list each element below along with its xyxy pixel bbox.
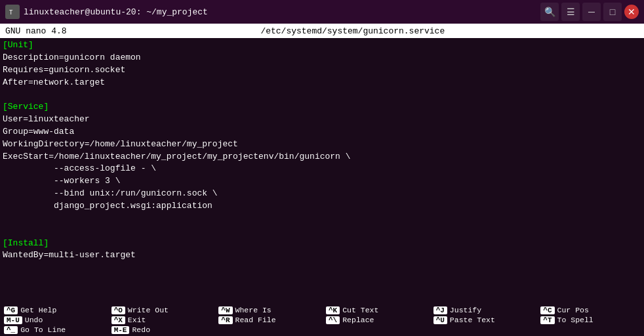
key-replace: ^\ (326, 316, 340, 324)
title-bar-left: T linuxteacher@ubuntu-20: ~/my_project (5, 5, 208, 19)
label-paste-text: Paste Text (450, 316, 495, 324)
shortcut-redo: M-E Redo (108, 325, 215, 335)
shortcut-cut-text: ^K Cut Text (322, 305, 430, 315)
shortcut-cur-pos: ^C Cur Pos (536, 305, 644, 315)
window-title: linuxteacher@ubuntu-20: ~/my_project (24, 7, 208, 17)
menu-button[interactable]: ☰ (561, 3, 580, 21)
key-redo: M-E (111, 326, 130, 334)
key-go-to-line: ^_ (4, 326, 18, 334)
shortcut-replace: ^\ Replace (322, 315, 430, 325)
key-cur-pos: ^C (540, 306, 554, 314)
key-where-is: ^W (218, 306, 232, 314)
key-exit: ^X (111, 316, 125, 324)
key-read-file: ^R (218, 316, 232, 324)
shortcut-bar: ^G Get Help ^O Write Out ^W Where Is ^K … (0, 304, 644, 336)
svg-text:T: T (9, 9, 13, 16)
label-to-spell: To Spell (557, 316, 594, 324)
label-justify: Justify (450, 306, 481, 314)
shortcut-paste-text: ^U Paste Text (430, 315, 537, 325)
shortcut-exit: ^X Exit (108, 315, 215, 325)
key-write-out: ^O (111, 306, 125, 314)
search-button[interactable]: 🔍 (540, 3, 559, 21)
label-read-file: Read File (235, 316, 276, 324)
shortcut-get-help: ^G Get Help (0, 305, 108, 315)
editor-content: [Unit] Description=gunicorn daemon Requi… (3, 39, 641, 274)
label-exit: Exit (128, 316, 146, 324)
label-redo: Redo (132, 326, 150, 334)
key-justify: ^J (433, 306, 447, 314)
shortcut-undo: M-U Undo (0, 315, 108, 325)
key-get-help: ^G (4, 306, 18, 314)
shortcut-read-file: ^R Read File (214, 315, 322, 325)
minimize-button[interactable]: ─ (582, 3, 601, 21)
key-cut-text: ^K (326, 306, 340, 314)
nano-header: GNU nano 4.8 /etc/systemd/system/gunicor… (0, 24, 644, 38)
key-undo: M-U (4, 316, 22, 324)
label-where-is: Where Is (235, 306, 272, 314)
title-bar: T linuxteacher@ubuntu-20: ~/my_project 🔍… (0, 0, 644, 24)
label-replace: Replace (342, 316, 374, 324)
key-paste-text: ^U (433, 316, 447, 324)
terminal-icon: T (5, 5, 20, 19)
close-button[interactable]: ✕ (624, 5, 639, 19)
shortcut-go-to-line: ^_ Go To Line (0, 325, 108, 335)
nano-version: GNU nano 4.8 (5, 26, 67, 36)
label-get-help: Get Help (20, 306, 56, 314)
title-bar-controls: 🔍 ☰ ─ □ ✕ (540, 3, 639, 21)
maximize-button[interactable]: □ (603, 3, 622, 21)
editor-area[interactable]: [Unit] Description=gunicorn daemon Requi… (0, 38, 644, 304)
file-path: /etc/systemd/system/gunicorn.service (260, 26, 445, 36)
shortcut-justify: ^J Justify (430, 305, 537, 315)
label-write-out: Write Out (128, 306, 169, 314)
label-go-to-line: Go To Line (20, 326, 66, 334)
key-to-spell: ^T (540, 316, 554, 324)
shortcut-to-spell: ^T To Spell (536, 315, 644, 325)
label-undo: Undo (25, 316, 43, 324)
label-cur-pos: Cur Pos (557, 306, 589, 314)
shortcut-where-is: ^W Where Is (214, 305, 322, 315)
shortcut-write-out: ^O Write Out (108, 305, 215, 315)
label-cut-text: Cut Text (342, 306, 378, 314)
